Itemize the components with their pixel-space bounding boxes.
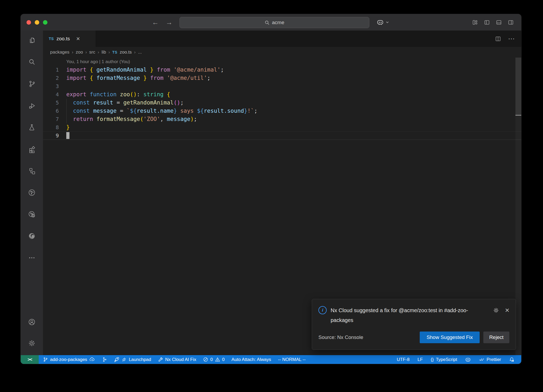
git-branch-icon: [43, 357, 48, 362]
launchpad-label: Launchpad: [129, 357, 151, 362]
edge-tools-icon[interactable]: [28, 232, 36, 240]
more-actions-icon[interactable]: ⋯: [508, 35, 515, 43]
tab-zoo-ts[interactable]: TS zoo.ts ×: [43, 31, 96, 47]
breadcrumb-file[interactable]: zoo.ts: [120, 50, 132, 55]
block-cursor: [66, 132, 69, 139]
breadcrumb-item[interactable]: lib: [102, 50, 106, 55]
breadcrumb-more[interactable]: ...: [138, 50, 142, 55]
back-icon[interactable]: ←: [152, 18, 159, 27]
code-lines: 1import { getRandomAnimal } from '@acme/…: [43, 66, 521, 140]
problems-item[interactable]: 0 0: [203, 357, 225, 362]
chevron-down-icon: [386, 20, 389, 24]
show-suggested-fix-button[interactable]: Show Suggested Fix: [420, 332, 480, 343]
copilot-menu[interactable]: [376, 14, 389, 31]
breadcrumb-item[interactable]: zoo: [76, 50, 83, 55]
code-line[interactable]: 7 return formatMessage('ZOO', message);: [43, 115, 521, 123]
search-icon: [265, 20, 270, 25]
rocket-icon: [114, 357, 119, 362]
extensions-icon[interactable]: [28, 145, 36, 153]
info-icon: i: [318, 306, 327, 314]
chevron-right-icon: ›: [72, 50, 73, 55]
code-line[interactable]: 9: [43, 132, 521, 140]
breadcrumb-item[interactable]: src: [89, 50, 95, 55]
braces-icon: {}: [431, 357, 434, 362]
scrollbar-thumb[interactable]: [515, 58, 521, 115]
notification-source: Source: Nx Console: [318, 334, 363, 340]
title-bar: ← → acme: [21, 14, 521, 31]
settings-gear-icon[interactable]: [28, 339, 36, 347]
close-icon[interactable]: ×: [76, 36, 80, 42]
code-line[interactable]: 5 const result = getRandomAnimal();: [43, 99, 521, 107]
typescript-file-icon: TS: [49, 37, 54, 41]
copilot-status-item[interactable]: [465, 357, 471, 363]
code-line[interactable]: 2import { formatMessage } from '@acme/ut…: [43, 74, 521, 82]
breadcrumb-item[interactable]: packages: [50, 50, 69, 55]
git-branch-item[interactable]: add-zoo-packages: [43, 357, 95, 362]
prettier-item[interactable]: Prettier: [479, 357, 501, 362]
zoom-window-button[interactable]: [43, 20, 47, 25]
toggle-panel-icon[interactable]: [496, 19, 502, 25]
nx-fix-label: Nx Cloud AI Fix: [165, 357, 196, 362]
tab-bar: TS zoo.ts × ⋯: [43, 31, 521, 47]
bell-dot-icon: [509, 357, 514, 362]
tab-label: zoo.ts: [56, 36, 70, 42]
eol-item[interactable]: LF: [418, 357, 423, 362]
type-hierarchy-icon[interactable]: [28, 167, 36, 175]
account-icon[interactable]: [28, 318, 36, 326]
git-blame-annotation[interactable]: You, 1 hour ago | 1 author (You): [43, 58, 521, 66]
testing-icon[interactable]: [28, 123, 36, 131]
scrollbar[interactable]: [515, 58, 521, 355]
launchpad-item[interactable]: Launchpad: [114, 357, 151, 362]
copilot-icon: [376, 19, 384, 26]
forward-icon[interactable]: →: [166, 18, 173, 27]
gear-icon[interactable]: [493, 307, 499, 313]
toggle-secondary-sidebar-icon[interactable]: [508, 19, 514, 25]
chevron-right-icon: ›: [134, 50, 136, 55]
language-mode-item[interactable]: {} TypeScript: [431, 357, 457, 362]
minimize-window-button[interactable]: [35, 20, 39, 25]
close-window-button[interactable]: [27, 20, 31, 25]
indent-guide: [66, 99, 67, 123]
toggle-sidebar-icon[interactable]: [484, 19, 490, 25]
vim-mode-item[interactable]: -- NORMAL --: [278, 357, 305, 362]
error-count: 0: [210, 357, 213, 362]
customize-layout-icon[interactable]: [472, 19, 478, 25]
remote-indicator[interactable]: ><: [21, 355, 39, 364]
run-and-debug-icon[interactable]: [28, 102, 36, 110]
command-center-search[interactable]: acme: [179, 17, 369, 28]
code-line[interactable]: 1import { getRandomAnimal } from '@acme/…: [43, 66, 521, 74]
code-line[interactable]: 8}: [43, 123, 521, 132]
code-line[interactable]: 6 const message = `${result.name} says $…: [43, 107, 521, 115]
line-number: 7: [43, 115, 59, 123]
line-number: 3: [43, 82, 59, 90]
line-number: 4: [43, 90, 59, 99]
line-number: 2: [43, 74, 59, 82]
reject-button[interactable]: Reject: [483, 332, 509, 343]
source-control-icon[interactable]: [28, 80, 36, 88]
notifications-item[interactable]: [509, 357, 514, 362]
warning-count: 0: [222, 357, 225, 362]
close-icon[interactable]: ×: [505, 307, 509, 314]
commit-graph-icon: [102, 357, 107, 362]
encoding-item[interactable]: UTF-8: [397, 357, 410, 362]
activity-bar: [21, 31, 43, 355]
overview-ruler-marker: [515, 115, 521, 116]
remote-icon: ><: [28, 357, 32, 362]
chevron-right-icon: ›: [98, 50, 99, 55]
code-line[interactable]: 3: [43, 82, 521, 90]
split-editor-icon[interactable]: [495, 36, 501, 42]
breadcrumb: packages› zoo› src› lib› TS zoo.ts› ...: [43, 47, 521, 58]
auto-attach-item[interactable]: Auto Attach: Always: [231, 357, 271, 362]
chevron-right-icon: ›: [85, 50, 87, 55]
branch-name: add-zoo-packages: [50, 357, 87, 362]
more-icon[interactable]: [28, 254, 36, 262]
nx-console-icon[interactable]: [28, 189, 36, 197]
error-icon: [203, 357, 208, 362]
explorer-icon[interactable]: [28, 36, 36, 44]
code-line[interactable]: 4export function zoo(): string {: [43, 90, 521, 99]
cloud-upload-icon: [89, 357, 95, 362]
nx-cloud-ai-fix-item[interactable]: Nx Cloud AI Fix: [158, 357, 196, 362]
nx-cloud-icon[interactable]: [28, 210, 36, 218]
commit-graph-item[interactable]: [102, 357, 107, 362]
search-icon[interactable]: [28, 58, 36, 66]
